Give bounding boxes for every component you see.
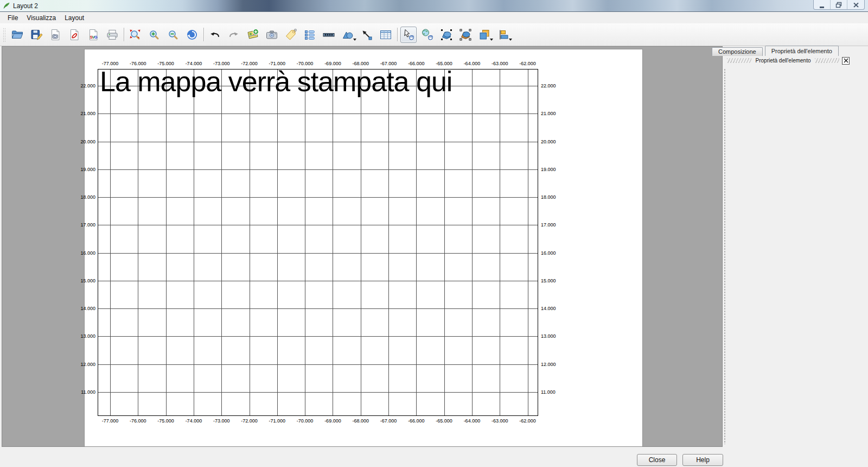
toolbar-grip[interactable] [3, 28, 6, 42]
grid-vline [333, 70, 333, 415]
map-grid-label-bottom: -68.000 [352, 418, 369, 424]
map-grid-label-bottom: -65.000 [436, 418, 452, 424]
map-grid-label-right: 22.000 [541, 83, 556, 89]
dropdown-arrow-icon[interactable] [509, 39, 512, 41]
dock-hatch-left [727, 58, 751, 63]
toolbar-separator [397, 28, 398, 41]
map-item-frame[interactable] [98, 69, 538, 416]
map-grid-label-left: 21.000 [80, 111, 95, 117]
close-button[interactable] [847, 0, 864, 10]
map-grid-label-right: 20.000 [541, 138, 556, 144]
map-grid-label-right: 14.000 [541, 306, 556, 312]
dock-tabbar: Composizione Proprietà dell'elemento [712, 46, 839, 56]
tab-composizione[interactable]: Composizione [712, 47, 763, 56]
ungroup-items-button[interactable] [457, 27, 474, 43]
grid-hline [98, 225, 538, 225]
map-grid-label-bottom: -63.000 [492, 418, 508, 424]
minimize-button[interactable] [814, 0, 831, 10]
tab-proprieta-elemento[interactable]: Proprietà dell'elemento [765, 46, 839, 56]
map-placeholder-text: La mappa verrà stampata qui [100, 66, 452, 97]
map-grid-label-right: 17.000 [541, 222, 556, 228]
caption-buttons [813, 0, 865, 10]
zoom-in-button[interactable] [146, 27, 162, 43]
map-grid-label-left: 19.000 [80, 166, 95, 172]
paper-page: La mappa verrà stampata qui -77.000-77.0… [85, 49, 642, 447]
export-as-svg-button[interactable]: SVG [85, 27, 101, 43]
map-grid-label-left: 16.000 [80, 250, 95, 256]
align-selected-items-button[interactable] [495, 27, 512, 43]
zoom-full-button[interactable] [127, 27, 143, 43]
map-grid-label-bottom: -69.000 [324, 418, 341, 424]
help-button[interactable]: Help [682, 454, 723, 466]
close-dialog-button[interactable]: Close [637, 454, 677, 466]
move-item-content-button[interactable] [419, 27, 436, 43]
map-grid-label-right: 13.000 [541, 333, 556, 339]
grid-vline [500, 70, 500, 415]
map-grid-label-top: -64.000 [464, 61, 481, 67]
grid-vline [472, 70, 473, 415]
titlebar[interactable]: Layout 2 [0, 0, 868, 12]
grid-hline [98, 336, 538, 337]
grid-hline [98, 113, 538, 114]
map-grid-label-right: 21.000 [541, 111, 556, 117]
menubar: File Visualizza Layout [0, 12, 868, 23]
menu-layout[interactable]: Layout [60, 13, 88, 23]
map-grid-label-bottom: -74.000 [186, 418, 202, 424]
dock-title: Proprietà dell'elemento [751, 58, 815, 64]
save-as-template-button[interactable] [28, 27, 44, 43]
open-template-button[interactable] [9, 27, 25, 43]
window-title: Layout 2 [13, 2, 38, 10]
redo-button[interactable] [226, 27, 242, 43]
map-grid-label-left: 18.000 [80, 194, 95, 200]
grid-vline [166, 70, 167, 415]
restore-button[interactable] [831, 0, 847, 10]
grid-hline [98, 169, 538, 170]
grid-vline [138, 70, 138, 415]
map-grid-label-bottom: -73.000 [213, 418, 230, 424]
select-move-item-button[interactable] [400, 27, 417, 43]
add-new-map-button[interactable] [245, 27, 261, 43]
add-legend-button[interactable] [302, 27, 318, 43]
raise-selected-items-button[interactable] [476, 27, 493, 43]
layout-window: Layout 2 File Visualizza Layout SVG La m… [0, 0, 868, 467]
map-grid-label-right: 11.000 [541, 389, 556, 395]
menu-file[interactable]: File [3, 13, 22, 23]
map-grid-label-left: 12.000 [80, 361, 95, 367]
dropdown-arrow-icon[interactable] [353, 39, 356, 41]
dock-titlebar: Proprietà dell'elemento [727, 56, 850, 65]
map-grid-label-bottom: -72.000 [241, 418, 258, 424]
export-as-pdf-button[interactable] [66, 27, 82, 43]
map-grid-label-left: 15.000 [80, 277, 95, 283]
add-arrow-button[interactable] [359, 27, 375, 43]
dropdown-arrow-icon[interactable] [490, 39, 493, 41]
map-grid-label-left: 13.000 [80, 333, 95, 339]
grid-vline [250, 70, 250, 415]
dock-close-button[interactable] [842, 57, 850, 65]
group-items-button[interactable] [438, 27, 455, 43]
map-grid-label-bottom: -70.000 [297, 418, 314, 424]
map-grid-label-left: 11.000 [81, 389, 95, 395]
add-scalebar-button[interactable] [321, 27, 337, 43]
add-image-button[interactable] [264, 27, 280, 43]
map-grid-label-right: 19.000 [541, 166, 556, 172]
refresh-button[interactable] [184, 27, 200, 43]
grid-vline [361, 70, 361, 415]
map-grid-label-bottom: -62.000 [519, 418, 536, 424]
toolbar-separator [203, 28, 204, 41]
zoom-out-button[interactable] [165, 27, 181, 43]
grid-hline [98, 142, 538, 142]
undo-button[interactable] [207, 27, 223, 43]
dock-resize-handle[interactable] [724, 68, 726, 444]
map-grid-label-bottom: -71.000 [269, 418, 286, 424]
grid-hline [98, 392, 538, 393]
map-grid-label-bottom: -64.000 [464, 418, 481, 424]
add-attribute-table-button[interactable] [378, 27, 394, 43]
export-as-image-button[interactable] [47, 27, 63, 43]
add-label-button[interactable] [283, 27, 299, 43]
composer-canvas[interactable]: La mappa verrà stampata qui -77.000-77.0… [2, 46, 723, 447]
map-grid-label-left: 20.000 [80, 138, 95, 144]
toolbar: SVG [0, 23, 868, 46]
menu-visualizza[interactable]: Visualizza [22, 13, 60, 23]
add-basic-shape-button[interactable] [340, 27, 356, 43]
print-button[interactable] [104, 27, 120, 43]
